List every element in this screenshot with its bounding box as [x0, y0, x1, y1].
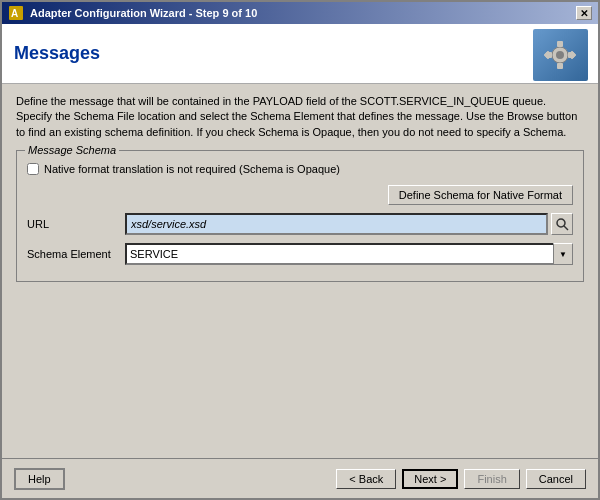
group-legend: Message Schema [25, 144, 119, 156]
define-schema-button[interactable]: Define Schema for Native Format [388, 185, 573, 205]
header-area: Messages [2, 24, 598, 84]
url-input-wrapper [125, 213, 573, 235]
page-title: Messages [14, 43, 100, 64]
title-bar: A Adapter Configuration Wizard - Step 9 … [2, 2, 598, 24]
description-text: Define the message that will be containe… [16, 94, 584, 140]
svg-point-13 [557, 219, 565, 227]
footer-right: < Back Next > Finish Cancel [336, 469, 586, 489]
message-schema-group: Message Schema Native format translation… [16, 150, 584, 282]
schema-element-select[interactable]: SERVICE [125, 243, 573, 265]
title-bar-text: Adapter Configuration Wizard - Step 9 of… [30, 7, 257, 19]
opaque-checkbox-row: Native format translation is not require… [27, 163, 573, 175]
close-button[interactable]: ✕ [576, 6, 592, 20]
svg-point-4 [556, 51, 564, 59]
opaque-checkbox[interactable] [27, 163, 39, 175]
content-area: Define the message that will be containe… [2, 84, 598, 458]
back-button[interactable]: < Back [336, 469, 396, 489]
help-button[interactable]: Help [14, 468, 65, 490]
footer-left: Help [14, 468, 65, 490]
footer: Help < Back Next > Finish Cancel [2, 458, 598, 498]
define-schema-btn-row: Define Schema for Native Format [27, 185, 573, 205]
browse-button[interactable] [551, 213, 573, 235]
wizard-window: A Adapter Configuration Wizard - Step 9 … [0, 0, 600, 500]
cancel-button[interactable]: Cancel [526, 469, 586, 489]
schema-element-select-wrapper: SERVICE ▼ [125, 243, 573, 265]
gear-icon [533, 29, 588, 83]
next-button[interactable]: Next > [402, 469, 458, 489]
svg-rect-5 [557, 41, 563, 47]
svg-text:A: A [11, 8, 18, 19]
schema-element-label: Schema Element [27, 248, 117, 260]
url-input[interactable] [125, 213, 548, 235]
title-bar-left: A Adapter Configuration Wizard - Step 9 … [8, 5, 257, 21]
wizard-icon: A [8, 5, 24, 21]
svg-rect-6 [557, 63, 563, 69]
search-icon [555, 217, 569, 231]
finish-button[interactable]: Finish [464, 469, 519, 489]
opaque-checkbox-label: Native format translation is not require… [44, 163, 340, 175]
svg-line-14 [564, 226, 568, 230]
url-row: URL [27, 213, 573, 235]
schema-element-row: Schema Element SERVICE ▼ [27, 243, 573, 265]
url-label: URL [27, 218, 117, 230]
